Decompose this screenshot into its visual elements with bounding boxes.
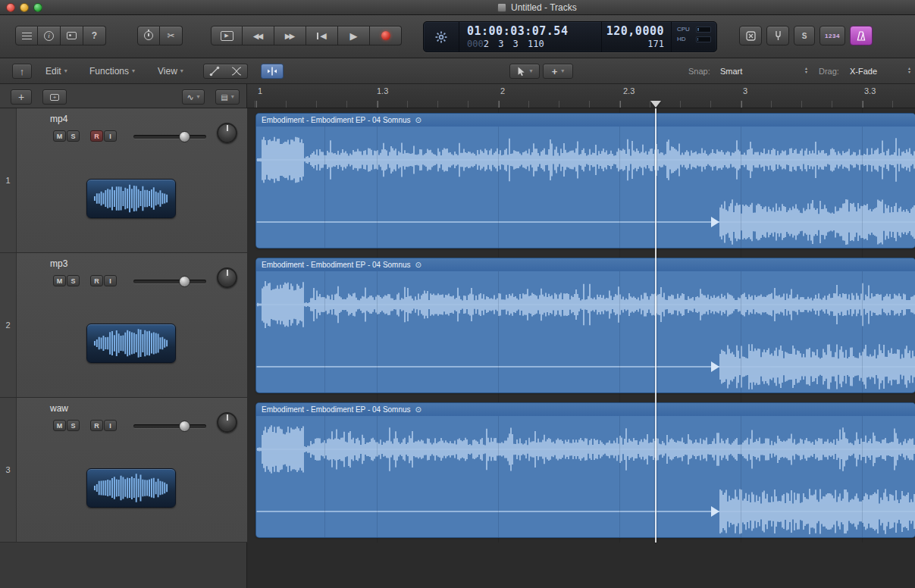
snap-menu[interactable]: Smart (720, 67, 742, 76)
track-header[interactable]: 2 mp3 M S R I (0, 253, 247, 398)
zoom-button[interactable] (33, 3, 42, 12)
track-number: 3 (0, 398, 17, 542)
info-icon: i (44, 31, 54, 41)
pan-knob[interactable] (217, 412, 237, 433)
solo-button[interactable]: S (67, 275, 80, 286)
chevron-down-icon: ▾ (529, 68, 532, 74)
volume-slider-thumb[interactable] (179, 131, 190, 142)
track-name[interactable]: waw (50, 403, 68, 414)
duplicate-track-button[interactable]: + (42, 89, 67, 105)
pan-knob[interactable] (217, 267, 237, 288)
arrange-area[interactable]: Embodiment - Embodiment EP - 04 Somnus ⊙… (247, 108, 915, 588)
audio-region[interactable]: Embodiment - Embodiment EP - 04 Somnus ⊙ (256, 403, 915, 537)
input-monitor-button[interactable]: I (104, 275, 117, 286)
lcd-settings-button[interactable] (424, 22, 459, 52)
playhead-marker[interactable] (650, 101, 661, 108)
solo-button[interactable]: S (67, 130, 80, 142)
input-monitor-button[interactable]: I (104, 420, 117, 431)
lcd-display[interactable]: 01:00:03:07.54 0002 3 3 110 120,0000 171… (423, 21, 717, 52)
track-number: 1 (0, 108, 17, 252)
pan-knob[interactable] (217, 123, 237, 143)
tuner-button[interactable] (766, 26, 789, 45)
timeline-ruler[interactable]: 1 1.3 2 2.3 3 3.3 (247, 84, 915, 108)
automation-button[interactable] (203, 64, 226, 79)
plus-icon: + (18, 91, 24, 103)
back-to-parent-button[interactable]: ↑ (12, 64, 32, 79)
catch-playhead-button[interactable] (261, 64, 284, 79)
snap-menu-arrows-icon: ▴▾ (805, 67, 807, 74)
region-indicator-icon: ⊙ (415, 116, 421, 124)
cpu-label: CPU (677, 26, 692, 33)
track-header[interactable]: 1 mp4 M S R I (0, 108, 247, 253)
lcd-tempo-sub[interactable]: 171 (602, 39, 664, 49)
master-mute-button[interactable] (739, 26, 762, 45)
volume-slider[interactable] (133, 277, 206, 286)
track-header[interactable]: 3 waw M S R I (0, 398, 247, 543)
volume-slider[interactable] (133, 132, 206, 141)
region-header[interactable]: Embodiment - Embodiment EP - 04 Somnus ⊙ (256, 258, 915, 271)
stopwatch-button[interactable] (137, 26, 160, 45)
cpu-meter (696, 27, 711, 33)
volume-slider-thumb[interactable] (179, 276, 190, 287)
tools-button[interactable]: ✂ (160, 26, 183, 45)
secondary-tool-menu[interactable]: + ▾ (543, 64, 573, 79)
ruler-label: 1.3 (377, 86, 388, 95)
ruler-label: 3.3 (864, 86, 876, 95)
solo-button[interactable]: S (794, 26, 815, 45)
audio-region[interactable]: Embodiment - Embodiment EP - 04 Somnus ⊙ (256, 114, 915, 248)
record-enable-button[interactable]: R (90, 420, 103, 431)
media-button[interactable] (61, 26, 83, 45)
mute-button[interactable]: M (53, 275, 66, 286)
play-from-selection-button[interactable]: ▶ (211, 26, 243, 45)
lcd-tempo-section[interactable]: 120,0000 171 (602, 22, 672, 52)
count-in-button[interactable]: 1234 (819, 26, 845, 45)
record-icon (381, 31, 390, 40)
input-monitor-button[interactable]: I (104, 130, 117, 142)
rewind-button[interactable]: ◀◀ (243, 26, 274, 45)
lcd-bars-value[interactable]: 0002 3 3 110 (467, 39, 601, 49)
transport-group: ▶ ◀◀ ▶▶ ◀ ▶ (211, 26, 402, 45)
track-display-menu[interactable]: ▤▾ (215, 89, 240, 105)
duplicate-track-icon: + (50, 94, 59, 101)
volume-slider[interactable] (133, 421, 206, 430)
record-enable-button[interactable]: R (90, 275, 103, 286)
chevron-down-icon: ▾ (180, 68, 183, 74)
playhead[interactable] (655, 108, 656, 543)
lcd-tempo-value[interactable]: 120,0000 (602, 24, 664, 38)
lcd-time-value[interactable]: 01:00:03:07.54 (467, 24, 601, 38)
solo-button[interactable]: S (67, 420, 80, 431)
volume-slider-thumb[interactable] (179, 421, 190, 432)
metronome-button[interactable] (850, 26, 873, 45)
control-bar: i ? ✂ ▶ ◀◀ ▶▶ ◀ ▶ (0, 15, 915, 58)
audio-region[interactable]: Embodiment - Embodiment EP - 04 Somnus ⊙ (256, 258, 915, 393)
track-name[interactable]: mp4 (50, 114, 67, 124)
go-to-beginning-button[interactable]: ◀ (306, 26, 338, 45)
minimize-button[interactable] (20, 3, 29, 12)
functions-menu[interactable]: Functions▾ (89, 66, 135, 77)
lcd-time-section[interactable]: 01:00:03:07.54 0002 3 3 110 (459, 22, 602, 52)
mute-button[interactable]: M (53, 420, 66, 431)
region-header[interactable]: Embodiment - Embodiment EP - 04 Somnus ⊙ (256, 114, 915, 127)
beginning-triangle-icon: ◀ (320, 31, 326, 41)
forward-button[interactable]: ▶▶ (274, 26, 306, 45)
drag-menu[interactable]: X-Fade (850, 67, 877, 76)
ruler-label: 3 (743, 86, 747, 95)
inspector-button[interactable]: i (38, 26, 61, 45)
region-header[interactable]: Embodiment - Embodiment EP - 04 Somnus ⊙ (256, 403, 915, 416)
edit-menu[interactable]: Edit▾ (45, 66, 67, 77)
track-name[interactable]: mp3 (50, 258, 67, 269)
track-zoom-menu[interactable]: ∿▾ (182, 89, 205, 105)
crossfade-button[interactable] (225, 64, 248, 79)
help-button[interactable]: ? (83, 26, 106, 45)
play-button[interactable]: ▶ (338, 26, 370, 45)
close-button[interactable] (6, 3, 15, 12)
view-menu[interactable]: View▾ (158, 66, 183, 77)
record-enable-button[interactable]: R (90, 130, 103, 142)
record-button[interactable] (370, 26, 402, 45)
add-track-button[interactable]: + (11, 89, 32, 105)
mute-button[interactable]: M (53, 130, 66, 142)
pointer-tool-menu[interactable]: ▾ (509, 64, 540, 79)
region-indicator-icon: ⊙ (415, 405, 421, 414)
ruler-label: 2.3 (623, 86, 635, 95)
mixer-button[interactable] (15, 26, 38, 45)
